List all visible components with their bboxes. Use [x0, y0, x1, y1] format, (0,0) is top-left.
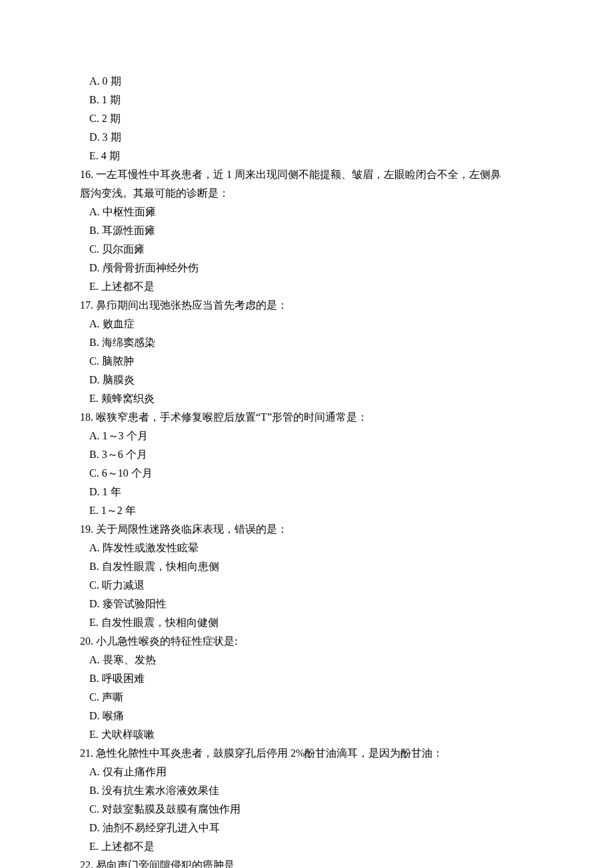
option-label: A. [89, 430, 100, 441]
question-option: D. 1 年 [80, 483, 533, 501]
question-stem: 21. 急性化脓性中耳炎患者，鼓膜穿孔后停用 2%酚甘油滴耳，是因为酚甘油： [80, 744, 533, 763]
question-option: E. 4 期 [80, 147, 533, 165]
option-label: C. [89, 467, 99, 479]
question-option: D. 瘘管试验阳性 [80, 595, 533, 613]
option-text: 1～3 个月 [100, 430, 148, 441]
question-option: C. 贝尔面瘫 [80, 240, 533, 259]
question-option: A. 0 期 [80, 72, 533, 91]
option-label: E. [89, 505, 99, 516]
option-text: 中枢性面瘫 [100, 206, 156, 217]
option-text: 1～2 年 [99, 505, 136, 516]
option-label: C. [89, 691, 99, 703]
question-option: E. 自发性眼震，快相向健侧 [80, 613, 533, 632]
question-number: 16. [80, 169, 93, 180]
option-label: D. [89, 131, 100, 143]
questions-block: 16. 一左耳慢性中耳炎患者，近 1 周来出现同侧不能提额、皱眉，左眼睑闭合不全… [80, 165, 533, 868]
question-option: A. 仅有止痛作用 [80, 763, 533, 781]
option-label: B. [89, 337, 99, 348]
option-label: A. [89, 654, 100, 665]
question-option: C. 对鼓室黏膜及鼓膜有腐蚀作用 [80, 800, 533, 819]
option-text: 海绵窦感染 [99, 337, 155, 348]
option-text: 油剂不易经穿孔进入中耳 [100, 822, 220, 833]
option-text: 畏寒、发热 [100, 654, 156, 665]
option-text: 自发性眼震，快相向健侧 [99, 617, 219, 628]
option-label: A. [89, 766, 100, 777]
option-label: D. [89, 374, 100, 385]
option-text: 喉痛 [100, 710, 124, 721]
option-label: B. [89, 94, 99, 105]
document-page: A. 0 期B. 1 期C. 2 期D. 3 期E. 4 期 16. 一左耳慢性… [0, 0, 613, 868]
question-option: E. 颊蜂窝织炎 [80, 389, 533, 408]
question-option: E. 上述都不是 [80, 837, 533, 856]
option-text: 声嘶 [99, 691, 123, 703]
question-option: B. 海绵窦感染 [80, 333, 533, 352]
question-option: A. 1～3 个月 [80, 427, 533, 445]
question-option: D. 油剂不易经穿孔进入中耳 [80, 819, 533, 837]
option-text: 0 期 [100, 75, 121, 87]
option-label: C. [89, 355, 99, 367]
question-option: B. 没有抗生素水溶液效果佳 [80, 781, 533, 800]
question-option: B. 3～6 个月 [80, 445, 533, 464]
option-text: 颅骨骨折面神经外伤 [100, 262, 199, 273]
option-label: A. [89, 318, 100, 329]
option-text: 败血症 [100, 318, 135, 329]
question-option: C. 脑脓肿 [80, 352, 533, 371]
option-label: E. [89, 281, 99, 292]
option-label: E. [89, 841, 99, 852]
question-stem-cont: 唇沟变浅。其最可能的诊断是： [80, 184, 533, 203]
question-option: B. 自发性眼震，快相向患侧 [80, 557, 533, 576]
question-option: D. 脑膜炎 [80, 371, 533, 389]
option-label: C. [89, 243, 99, 255]
question-option: C. 2 期 [80, 109, 533, 128]
option-label: E. [89, 729, 99, 740]
question-option: C. 6～10 个月 [80, 464, 533, 483]
option-text: 脑膜炎 [100, 374, 135, 385]
question-option: D. 喉痛 [80, 707, 533, 725]
option-text: 1 期 [99, 94, 121, 105]
question-stem: 16. 一左耳慢性中耳炎患者，近 1 周来出现同侧不能提额、皱眉，左眼睑闭合不全… [80, 165, 533, 184]
option-label: B. [89, 225, 99, 236]
option-label: B. [89, 561, 99, 572]
question-option: A. 中枢性面瘫 [80, 203, 533, 221]
option-label: C. [89, 579, 99, 591]
option-text: 阵发性或激发性眩晕 [100, 542, 199, 553]
option-text: 3 期 [100, 131, 121, 143]
question-option: B. 耳源性面瘫 [80, 221, 533, 240]
question-stem: 20. 小儿急性喉炎的特征性症状是: [80, 632, 533, 651]
option-label: A. [89, 75, 100, 87]
question-option: A. 畏寒、发热 [80, 651, 533, 669]
question-stem-text: 一左耳慢性中耳炎患者，近 1 周来出现同侧不能提额、皱眉，左眼睑闭合不全，左侧鼻 [93, 169, 501, 180]
option-text: 没有抗生素水溶液效果佳 [99, 785, 219, 796]
question-option: E. 上述都不是 [80, 277, 533, 296]
q15-options-block: A. 0 期B. 1 期C. 2 期D. 3 期E. 4 期 [80, 72, 533, 165]
option-label: D. [89, 598, 100, 609]
option-text: 自发性眼震，快相向患侧 [99, 561, 219, 572]
option-text: 呼吸困难 [99, 673, 145, 684]
option-text: 听力减退 [99, 579, 145, 591]
option-label: D. [89, 262, 100, 273]
question-option: C. 听力减退 [80, 576, 533, 595]
option-label: D. [89, 822, 100, 833]
question-stem: 18. 喉狭窄患者，手术修复喉腔后放置“T”形管的时间通常是： [80, 408, 533, 427]
option-label: A. [89, 206, 100, 217]
option-text: 4 期 [99, 150, 120, 161]
question-stem-text: 喉狭窄患者，手术修复喉腔后放置“T”形管的时间通常是： [93, 411, 368, 423]
question-option: B. 1 期 [80, 91, 533, 109]
option-label: D. [89, 710, 100, 721]
question-number: 21. [80, 747, 93, 759]
question-number: 17. [80, 299, 93, 311]
option-text: 3～6 个月 [99, 449, 147, 460]
option-label: B. [89, 673, 99, 684]
question-number: 19. [80, 523, 93, 535]
question-stem-text: 鼻疖期间出现弛张热应当首先考虑的是： [93, 299, 288, 311]
question-stem: 19. 关于局限性迷路炎临床表现，错误的是： [80, 520, 533, 539]
option-label: C. [89, 113, 99, 124]
question-number: 18. [80, 411, 93, 423]
question-option: D. 3 期 [80, 128, 533, 147]
question-option: E. 1～2 年 [80, 501, 533, 520]
question-number: 20. [80, 635, 93, 647]
option-text: 耳源性面瘫 [99, 225, 155, 236]
question-stem-text: 关于局限性迷路炎临床表现，错误的是： [93, 523, 288, 535]
option-text: 犬吠样咳嗽 [99, 729, 155, 740]
option-text: 6～10 个月 [99, 467, 153, 479]
